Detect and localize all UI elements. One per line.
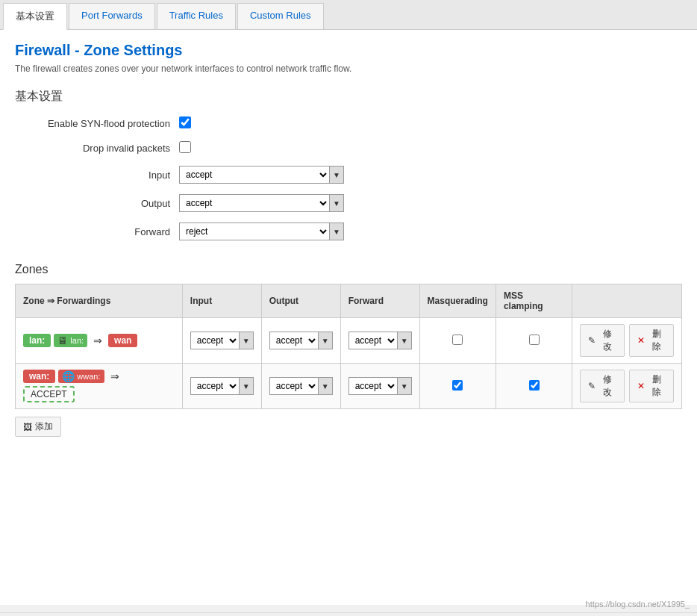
wan-mss-checkbox[interactable] bbox=[529, 380, 540, 391]
col-actions bbox=[572, 284, 682, 318]
zone-cell-wan: wan: 🌐 wwan: ⇒ ACCEPT bbox=[16, 364, 183, 409]
lan-delete-button[interactable]: ✕ 删除 bbox=[629, 324, 674, 357]
footer-bar: 保存&应用 保存 复位 bbox=[0, 612, 697, 616]
syn-flood-checkbox[interactable] bbox=[179, 116, 191, 128]
lan-masquerading-cell bbox=[419, 318, 496, 364]
wan-output-arrow: ▼ bbox=[318, 378, 332, 394]
zone-cell-lan: lan: 🖥 lan: ⇒ wan bbox=[16, 318, 183, 364]
wan-globe-icon: 🌐 bbox=[62, 370, 75, 382]
add-zone-label: 添加 bbox=[35, 420, 53, 433]
input-select[interactable]: accept reject drop bbox=[180, 167, 329, 183]
wan-actions-cell: ✎ 修改 ✕ 删除 bbox=[572, 364, 682, 409]
forward-label: Forward bbox=[15, 226, 179, 237]
add-zone-button[interactable]: 🖼 添加 bbox=[15, 417, 61, 437]
input-control: accept reject drop ▼ bbox=[179, 166, 344, 184]
lan-arrow-icon: ⇒ bbox=[93, 335, 102, 346]
input-group: Input accept reject drop ▼ bbox=[15, 166, 682, 184]
lan-forward-arrow: ▼ bbox=[397, 332, 411, 349]
wan-arrow-icon: ⇒ bbox=[110, 370, 119, 382]
drop-invalid-control bbox=[179, 141, 191, 155]
tab-bar: 基本设置 Port Forwards Traffic Rules Custom … bbox=[0, 0, 697, 30]
lan-mss-cell bbox=[496, 318, 572, 364]
lan-masquerading-checkbox[interactable] bbox=[452, 335, 463, 345]
syn-flood-label: Enable SYN-flood protection bbox=[15, 118, 179, 129]
lan-edit-button[interactable]: ✎ 修改 bbox=[580, 324, 625, 357]
output-select[interactable]: accept reject drop bbox=[180, 195, 329, 211]
wan-output-cell: acceptrejectdrop ▼ bbox=[261, 364, 340, 409]
wan-forward-cell: acceptrejectdrop ▼ bbox=[340, 364, 419, 409]
wan-network-label: wwan: bbox=[77, 372, 100, 381]
col-masquerading: Masquerading bbox=[419, 284, 496, 318]
forward-control: accept reject drop ▼ bbox=[179, 223, 344, 240]
lan-network-icon: 🖥 bbox=[57, 335, 68, 346]
wan-delete-icon: ✕ bbox=[637, 381, 645, 391]
add-zone-icon: 🖼 bbox=[23, 422, 32, 432]
output-select-arrow: ▼ bbox=[329, 195, 343, 211]
col-zone-forwardings: Zone ⇒ Forwardings bbox=[16, 284, 183, 318]
delete-icon: ✕ bbox=[637, 335, 645, 346]
edit-icon: ✎ bbox=[588, 335, 596, 346]
forward-group: Forward accept reject drop ▼ bbox=[15, 223, 682, 240]
lan-mss-checkbox[interactable] bbox=[529, 335, 540, 345]
lan-output-select[interactable]: acceptrejectdrop bbox=[270, 332, 318, 349]
syn-flood-group: Enable SYN-flood protection bbox=[15, 116, 682, 131]
tab-basic[interactable]: 基本设置 bbox=[3, 3, 67, 30]
wan-forward-arrow: ▼ bbox=[397, 378, 411, 394]
basic-settings-title: 基本设置 bbox=[15, 89, 682, 105]
input-label: Input bbox=[15, 169, 179, 181]
col-output: Output bbox=[261, 284, 340, 318]
tab-port-forwards[interactable]: Port Forwards bbox=[69, 3, 155, 29]
lan-input-arrow: ▼ bbox=[239, 332, 253, 349]
page-title: Firewall - Zone Settings bbox=[15, 42, 682, 59]
wan-accept-box: ACCEPT bbox=[23, 386, 75, 402]
syn-flood-control bbox=[179, 116, 191, 131]
wan-input-select[interactable]: acceptrejectdrop bbox=[191, 378, 239, 394]
wan-delete-button[interactable]: ✕ 删除 bbox=[629, 370, 674, 402]
wan-delete-label: 删除 bbox=[648, 373, 666, 399]
main-content: Firewall - Zone Settings The firewall cr… bbox=[0, 30, 697, 605]
zone-row-lan: lan: 🖥 lan: ⇒ wan acceptreject bbox=[16, 318, 682, 364]
col-input: Input bbox=[182, 284, 261, 318]
wan-mss-cell bbox=[496, 364, 572, 409]
wan-edit-label: 修改 bbox=[598, 373, 616, 399]
forward-select-arrow: ▼ bbox=[329, 223, 343, 240]
input-select-arrow: ▼ bbox=[329, 167, 343, 183]
wan-edit-button[interactable]: ✎ 修改 bbox=[580, 370, 625, 402]
lan-network-label: lan: bbox=[70, 336, 84, 345]
lan-input-select[interactable]: acceptrejectdrop bbox=[191, 332, 239, 349]
zone-badge-lan: lan: bbox=[23, 334, 51, 347]
zones-section: Zones Zone ⇒ Forwardings Input Output Fo… bbox=[15, 263, 682, 437]
wan-input-arrow: ▼ bbox=[239, 378, 253, 394]
output-control: accept reject drop ▼ bbox=[179, 194, 344, 212]
lan-forward-select[interactable]: acceptrejectdrop bbox=[349, 332, 397, 349]
lan-output-cell: acceptrejectdrop ▼ bbox=[261, 318, 340, 364]
col-forward: Forward bbox=[340, 284, 419, 318]
lan-actions-cell: ✎ 修改 ✕ 删除 bbox=[572, 318, 682, 364]
lan-input-cell: acceptrejectdrop ▼ bbox=[182, 318, 261, 364]
zone-badge-wan-target: wan bbox=[108, 334, 137, 347]
lan-delete-label: 删除 bbox=[648, 328, 666, 353]
drop-invalid-label: Drop invalid packets bbox=[15, 143, 179, 154]
wan-masquerading-cell bbox=[419, 364, 496, 409]
drop-invalid-checkbox[interactable] bbox=[179, 141, 191, 153]
wan-output-select[interactable]: acceptrejectdrop bbox=[270, 378, 318, 394]
page-description: The firewall creates zones over your net… bbox=[15, 63, 682, 74]
watermark: https://blog.csdn.net/X1995_ bbox=[586, 600, 690, 609]
wan-forward-select[interactable]: acceptrejectdrop bbox=[349, 378, 397, 394]
col-mss-clamping: MSS clamping bbox=[496, 284, 572, 318]
forward-select[interactable]: accept reject drop bbox=[180, 223, 329, 240]
drop-invalid-group: Drop invalid packets bbox=[15, 141, 682, 155]
tab-traffic-rules[interactable]: Traffic Rules bbox=[157, 3, 236, 29]
lan-edit-label: 修改 bbox=[598, 328, 616, 353]
wan-masquerading-checkbox[interactable] bbox=[452, 380, 463, 391]
output-label: Output bbox=[15, 198, 179, 209]
zones-table: Zone ⇒ Forwardings Input Output Forward … bbox=[15, 284, 682, 409]
lan-output-arrow: ▼ bbox=[318, 332, 332, 349]
zones-title: Zones bbox=[15, 263, 682, 276]
wan-input-cell: acceptrejectdrop ▼ bbox=[182, 364, 261, 409]
wan-edit-icon: ✎ bbox=[588, 381, 596, 391]
tab-custom-rules[interactable]: Custom Rules bbox=[237, 3, 324, 29]
output-group: Output accept reject drop ▼ bbox=[15, 194, 682, 212]
zone-badge-wan: wan: bbox=[23, 370, 55, 383]
lan-forward-cell: acceptrejectdrop ▼ bbox=[340, 318, 419, 364]
